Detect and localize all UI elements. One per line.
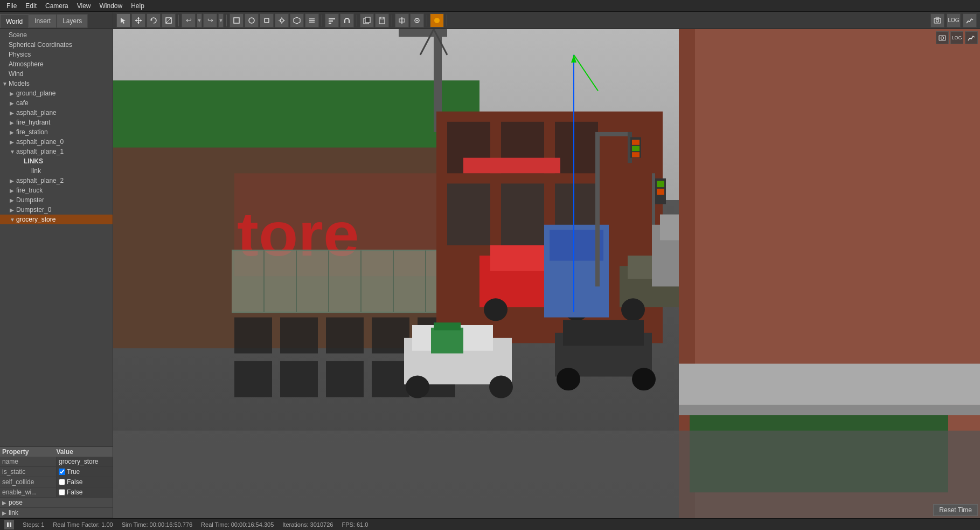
tree-item-dumpster-0[interactable]: ▶ Dumpster_0 bbox=[0, 205, 113, 215]
tree-item-asphalt-plane-0[interactable]: ▶ asphalt_plane_0 bbox=[0, 137, 113, 147]
tree-item-link[interactable]: link bbox=[0, 166, 113, 176]
prop-val-is-static[interactable]: True bbox=[57, 467, 113, 477]
magnet-tool-button[interactable] bbox=[340, 13, 354, 27]
is-static-checkbox[interactable] bbox=[59, 469, 65, 475]
sim-time-label: Sim Time: 00:00:16:50.776 bbox=[122, 521, 192, 528]
chart-viewport-button[interactable] bbox=[965, 31, 978, 44]
undo-button[interactable]: ↩ bbox=[182, 13, 196, 27]
prop-group-link[interactable]: ▶ link bbox=[0, 508, 113, 518]
menu-camera[interactable]: Camera bbox=[41, 1, 73, 11]
tree-item-wind[interactable]: Wind bbox=[0, 69, 113, 79]
svg-rect-120 bbox=[939, 36, 946, 40]
reset-time-button[interactable]: Reset Time bbox=[933, 504, 978, 516]
tree-item-links[interactable]: LINKS bbox=[0, 156, 113, 166]
svg-marker-7 bbox=[151, 19, 152, 21]
translate-tool-button[interactable] bbox=[131, 13, 145, 27]
svg-rect-28 bbox=[365, 17, 370, 23]
svg-rect-85 bbox=[595, 132, 628, 136]
svg-line-9 bbox=[166, 18, 171, 23]
svg-point-101 bbox=[406, 376, 429, 398]
tab-world[interactable]: World bbox=[0, 14, 29, 28]
paste-tool-button[interactable] bbox=[375, 13, 389, 27]
enable-wind-checkbox[interactable] bbox=[59, 489, 65, 495]
log-button[interactable]: LOG bbox=[947, 13, 961, 27]
tab-layers[interactable]: Layers bbox=[57, 14, 88, 28]
select-tool-button[interactable] bbox=[116, 13, 130, 27]
tree-item-scene[interactable]: Scene bbox=[0, 30, 113, 40]
svg-rect-112 bbox=[679, 364, 980, 405]
cursor-icon bbox=[120, 17, 127, 24]
tree-item-dumpster[interactable]: ▶ Dumpster bbox=[0, 195, 113, 205]
viewport[interactable]: tore bbox=[113, 29, 980, 518]
align-tool-button[interactable] bbox=[325, 13, 339, 27]
tree-item-asphalt-plane-1[interactable]: ▼ asphalt_plane_1 bbox=[0, 147, 113, 156]
menu-edit[interactable]: Edit bbox=[21, 1, 41, 11]
prop-val-name[interactable]: grocery_store bbox=[57, 457, 113, 466]
svg-rect-24 bbox=[329, 23, 331, 24]
tree-item-fire-station[interactable]: ▶ fire_station bbox=[0, 127, 113, 137]
box-icon bbox=[233, 17, 240, 24]
tree-item-fire-hydrant[interactable]: ▶ fire_hydrant bbox=[0, 118, 113, 127]
align2-tool-button[interactable] bbox=[395, 13, 409, 27]
cylinder-tool-button[interactable] bbox=[260, 13, 274, 27]
tree-item-physics[interactable]: Physics bbox=[0, 50, 113, 59]
svg-point-13 bbox=[280, 19, 283, 22]
undo-dropdown[interactable]: ▼ bbox=[197, 13, 202, 27]
menu-view[interactable]: View bbox=[73, 1, 95, 11]
tree-item-grocery-store[interactable]: ▼ grocery_store bbox=[0, 215, 113, 224]
orange-tool-button[interactable] bbox=[430, 13, 444, 27]
sphere-tool-button[interactable] bbox=[245, 13, 259, 27]
reset-time-area: Reset Time bbox=[933, 504, 978, 516]
prop-col-value: Value bbox=[57, 448, 111, 456]
prop-val-enable-wind[interactable]: False bbox=[57, 487, 113, 497]
svg-marker-116 bbox=[571, 55, 576, 63]
screenshot-viewport-button[interactable] bbox=[936, 31, 949, 44]
tab-insert[interactable]: Insert bbox=[29, 14, 57, 28]
self-collide-checkbox[interactable] bbox=[59, 479, 65, 485]
pause-icon bbox=[6, 521, 12, 528]
tree-item-asphalt-plane[interactable]: ▶ asphalt_plane bbox=[0, 108, 113, 118]
log-viewport-button[interactable]: LOG bbox=[950, 31, 963, 44]
tree-item-ground-plane[interactable]: ▶ ground_plane bbox=[0, 88, 113, 98]
svg-rect-22 bbox=[329, 18, 335, 19]
screenshot-button[interactable] bbox=[930, 13, 944, 27]
menu-help[interactable]: Help bbox=[127, 1, 149, 11]
box-tool-button[interactable] bbox=[230, 13, 244, 27]
sun-tool-button[interactable] bbox=[275, 13, 289, 27]
svg-rect-93 bbox=[657, 181, 664, 187]
material-tool-button[interactable] bbox=[290, 13, 304, 27]
scale-icon bbox=[165, 17, 172, 24]
plot-button[interactable] bbox=[963, 13, 977, 27]
menu-file[interactable]: File bbox=[2, 1, 21, 11]
copy-tool-button[interactable] bbox=[360, 13, 374, 27]
svg-point-102 bbox=[489, 376, 513, 398]
prop-val-self-collide[interactable]: False bbox=[57, 477, 113, 487]
prop-row-name: name grocery_store bbox=[0, 457, 113, 467]
lines-tool-button[interactable] bbox=[305, 13, 319, 27]
svg-point-106 bbox=[632, 368, 656, 390]
menubar: File Edit Camera View Window Help bbox=[0, 0, 980, 12]
redo-button[interactable]: ↪ bbox=[203, 13, 217, 27]
rotate-tool-button[interactable] bbox=[147, 13, 161, 27]
menu-window[interactable]: Window bbox=[95, 1, 127, 11]
svg-rect-32 bbox=[380, 17, 384, 19]
tree-item-cafe[interactable]: ▶ cafe bbox=[0, 98, 113, 108]
svg-point-105 bbox=[557, 368, 580, 390]
redo-dropdown[interactable]: ▼ bbox=[218, 13, 224, 27]
tree-item-models[interactable]: ▼ Models bbox=[0, 79, 113, 88]
svg-marker-6 bbox=[140, 19, 142, 22]
svg-rect-113 bbox=[679, 405, 980, 415]
property-panel: Property Value name grocery_store is_sta… bbox=[0, 446, 113, 518]
scale-tool-button[interactable] bbox=[162, 13, 176, 27]
tree-item-atmosphere[interactable]: Atmosphere bbox=[0, 59, 113, 69]
prop-key-is-static: is_static bbox=[0, 467, 57, 477]
tree-item-asphalt-plane-2[interactable]: ▶ asphalt_plane_2 bbox=[0, 176, 113, 185]
prop-group-pose[interactable]: ▶ pose bbox=[0, 498, 113, 508]
snap-tool-button[interactable] bbox=[410, 13, 424, 27]
svg-point-121 bbox=[941, 37, 944, 39]
pause-button[interactable] bbox=[4, 520, 14, 529]
sun-icon bbox=[278, 17, 286, 24]
svg-line-115 bbox=[574, 55, 598, 91]
tree-item-spherical[interactable]: Spherical Coordinates bbox=[0, 40, 113, 50]
tree-item-fire-truck[interactable]: ▶ fire_truck bbox=[0, 185, 113, 195]
